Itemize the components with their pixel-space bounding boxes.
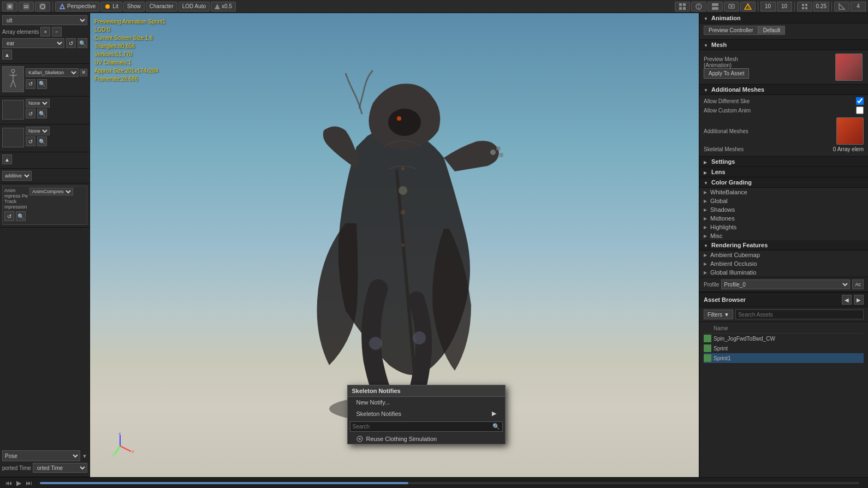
layer-search-btn[interactable]: 🔍: [78, 38, 87, 48]
ambient-cubemap-item[interactable]: Ambient Cubemap: [699, 251, 868, 259]
timeline-skip-start-btn[interactable]: ⏮: [4, 479, 13, 487]
profile-label: Profile: [704, 282, 719, 288]
remove-array-btn[interactable]: −: [52, 27, 62, 37]
lod-btn[interactable]: LOD Auto: [179, 2, 210, 11]
svg-line-47: [120, 446, 131, 451]
svg-rect-3: [24, 5, 28, 7]
allow-diff-ske-checkbox[interactable]: [856, 97, 864, 105]
ported-time-select[interactable]: orted Time: [33, 463, 87, 473]
asset-icon-2: [704, 354, 711, 362]
context-menu-item-new-notify[interactable]: New Notify...: [348, 397, 505, 408]
context-menu-search-icon: 🔍: [490, 422, 502, 431]
toolbar-num1[interactable]: 10: [760, 2, 776, 11]
anim-compress-select[interactable]: AnimCompress_: [29, 188, 73, 195]
show-btn[interactable]: Show: [123, 2, 145, 11]
ambient-occlusion-item[interactable]: Ambient Occlusio: [699, 259, 868, 268]
additional-meshes-label: Additional Meshes: [704, 128, 834, 134]
timeline-track[interactable]: [40, 482, 859, 484]
asset-item-2[interactable]: Sprint1: [704, 353, 864, 363]
asset-nav-fwd-btn[interactable]: ▶: [854, 295, 864, 305]
context-menu-search-input[interactable]: [350, 422, 490, 431]
allow-diff-ske-label: Allow Different Ske: [704, 98, 854, 104]
toolbar-num2[interactable]: 10: [777, 2, 792, 11]
anim-slot-1-select[interactable]: None: [26, 99, 50, 108]
asset-name-2: Sprint1: [714, 355, 731, 361]
tab-default[interactable]: Default: [758, 26, 786, 35]
additional-meshes-thumb: [836, 117, 864, 145]
anim-compress-reset-btn[interactable]: ↺: [4, 211, 14, 221]
context-menu-item-skeleton-notifies[interactable]: Skeleton Notifies ▶: [348, 408, 505, 419]
anim2-search-btn[interactable]: 🔍: [37, 136, 47, 146]
asset-filters-btn[interactable]: Filters ▼: [704, 310, 733, 319]
lens-section-header[interactable]: Lens: [699, 167, 868, 177]
asset-name-0: Spin_JogFwdToBwd_CW: [714, 336, 775, 342]
viewport[interactable]: Previewing Animation Sprint1 LOD:0 Curre…: [90, 13, 699, 477]
midtones-item[interactable]: Midtones: [699, 214, 868, 223]
rendering-features-header[interactable]: Rendering Features: [699, 240, 868, 251]
svg-text:Z: Z: [118, 432, 121, 436]
anim-slot-2-select[interactable]: None: [26, 127, 50, 135]
highlights-arrow: [704, 224, 707, 230]
slot-select[interactable]: ult: [2, 15, 87, 25]
toolbar-icon-btn-2[interactable]: [19, 2, 34, 11]
misc-item[interactable]: Misc: [699, 231, 868, 240]
add-array-btn[interactable]: +: [40, 27, 50, 37]
animation-section-header[interactable]: Animation: [699, 13, 868, 23]
global-illumination-item[interactable]: Global Illuminatio: [699, 268, 868, 277]
profile-ac-btn[interactable]: Ac: [852, 279, 864, 289]
blend-select[interactable]: additive: [2, 171, 32, 181]
input-expand-btn[interactable]: ▲: [2, 50, 12, 59]
asset-item-1[interactable]: Sprint: [704, 343, 864, 353]
asset-item-0[interactable]: Spin_JogFwdToBwd_CW: [704, 334, 864, 343]
color-grading-arrow: [704, 180, 709, 186]
allow-custom-anim-checkbox[interactable]: [856, 106, 864, 114]
zoom-btn[interactable]: x0.5: [211, 2, 236, 11]
layer-select[interactable]: ear: [2, 38, 64, 48]
toolbar-camera-btn[interactable]: [724, 2, 739, 11]
toolbar-view-btn-1[interactable]: [675, 2, 690, 11]
settings-section-title: Settings: [711, 158, 735, 165]
svg-marker-9: [215, 4, 220, 9]
pose-select[interactable]: Pose: [2, 450, 80, 461]
settings-section-header[interactable]: Settings: [699, 157, 868, 167]
tab-preview-controller[interactable]: Preview Controller: [704, 26, 758, 35]
shadows-item[interactable]: Shadows: [699, 205, 868, 214]
skeleton-name-select[interactable]: Kallari_Skeleton: [26, 68, 79, 77]
anim1-search-btn[interactable]: 🔍: [37, 109, 47, 118]
character-btn[interactable]: Character: [146, 2, 177, 11]
toolbar-snap-btn[interactable]: [797, 2, 812, 11]
toolbar-num4[interactable]: 4: [851, 2, 866, 11]
global-item[interactable]: Global: [699, 197, 868, 205]
color-grading-header[interactable]: Color Grading: [699, 177, 868, 188]
skeleton-reset-btn[interactable]: ↺: [26, 79, 35, 89]
toolbar-view-btn-2[interactable]: [691, 2, 706, 11]
toolbar-angle-btn[interactable]: [834, 2, 849, 11]
timeline-skip-end-btn[interactable]: ⏭: [25, 479, 33, 487]
skeleton-clear-btn[interactable]: ✕: [80, 69, 87, 76]
toolbar-warning-btn[interactable]: !: [740, 2, 756, 11]
toolbar-icon-btn-3[interactable]: [35, 2, 50, 11]
white-balance-item[interactable]: WhiteBalance: [699, 188, 868, 197]
apply-to-asset-btn[interactable]: Apply To Asset: [704, 68, 749, 79]
highlights-item[interactable]: Highlights: [699, 223, 868, 231]
asset-search-input[interactable]: [735, 310, 864, 319]
profile-select[interactable]: Profile_0: [721, 279, 850, 289]
lit-btn[interactable]: Lit: [100, 2, 122, 11]
toolbar-icon-btn-1[interactable]: [2, 2, 17, 11]
skeleton-search-btn[interactable]: 🔍: [37, 79, 47, 89]
context-menu-extra-item[interactable]: Reuse Clothing Simulation: [348, 434, 505, 444]
anim-compress-search-btn[interactable]: 🔍: [16, 211, 26, 221]
timeline-play-btn[interactable]: ▶: [15, 479, 22, 487]
layer-reset-btn[interactable]: ↺: [66, 38, 76, 48]
toolbar-view-btn-3[interactable]: [708, 2, 723, 11]
toolbar-num3[interactable]: 0.25: [813, 2, 829, 11]
asset-nav-back-btn[interactable]: ◀: [842, 295, 852, 305]
anim2-reset-btn[interactable]: ↺: [26, 136, 35, 146]
anim1-reset-btn[interactable]: ↺: [26, 109, 35, 118]
expand-toggle-btn[interactable]: ▲: [2, 154, 12, 164]
blend-section: additive: [0, 169, 90, 183]
misc-arrow: [704, 233, 707, 239]
mesh-section-header[interactable]: Mesh: [699, 40, 868, 50]
perspective-btn[interactable]: Perspective: [55, 2, 99, 11]
additional-meshes-header[interactable]: Additional Meshes: [699, 85, 868, 95]
